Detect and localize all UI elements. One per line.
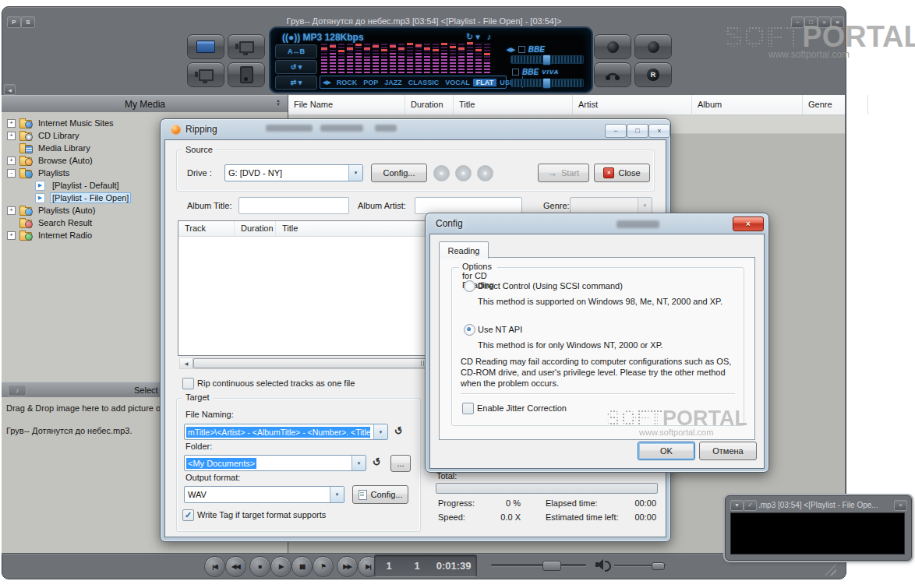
album-artist-field[interactable] [415, 197, 522, 214]
track-column-track[interactable]: Track [178, 221, 235, 236]
close-button[interactable]: × [818, 16, 831, 28]
config-close-button[interactable]: × [733, 217, 764, 231]
ok-button[interactable]: OK [638, 442, 695, 460]
ripping-minimize-button[interactable]: − [605, 124, 627, 138]
genre-select[interactable]: ▼ [570, 197, 652, 214]
preset-rock[interactable]: ROCK [334, 79, 361, 86]
bbe-slider-handle[interactable] [542, 55, 551, 65]
chevron-down-icon[interactable]: ▼ [352, 456, 366, 470]
transport-fast-forward-button[interactable]: ▶▶ [337, 556, 358, 577]
folder-select[interactable]: <My Documents> ▼ [184, 455, 366, 471]
output-format-select[interactable]: WAV ▼ [184, 486, 344, 503]
output-config-button[interactable]: Config... [352, 485, 408, 504]
restore-button[interactable]: □ [804, 16, 818, 28]
mute-button[interactable] [594, 34, 631, 59]
use-nt-api-radio[interactable] [464, 324, 475, 336]
tree-expand-icon[interactable]: + [7, 157, 16, 165]
preset-flat[interactable]: FLAT [473, 79, 496, 86]
file-naming-label: File Naming: [185, 410, 234, 419]
tree-expand-icon[interactable]: + [7, 132, 16, 140]
headphone-button[interactable] [594, 62, 631, 87]
preset-jazz[interactable]: JAZZ [381, 79, 405, 86]
ab-repeat-button[interactable]: A↔B [275, 44, 317, 58]
mini-menu-button[interactable]: ▾ [730, 500, 744, 511]
transport-pause-button[interactable]: ▮▮ [291, 556, 313, 577]
file-naming-select[interactable]: mTitle>\<Artist> - <AlbumTitle> - <Numbe… [184, 424, 388, 440]
bbe-slider[interactable] [510, 55, 584, 64]
disc-refresh-icon[interactable] [455, 165, 472, 181]
drive-config-button[interactable]: Config... [371, 164, 427, 182]
preset-classic[interactable]: CLASSIC [405, 79, 443, 86]
column-header-genre[interactable]: Genre [803, 95, 868, 114]
chevron-down-icon[interactable]: ▼ [348, 165, 362, 181]
album-artist-label: Album Artist: [358, 201, 406, 210]
preset-cycle-icon[interactable]: ◀▶ [320, 79, 334, 86]
column-header-artist[interactable]: Artist [573, 95, 692, 114]
transport-rewind-button[interactable]: ◀◀ [225, 556, 246, 577]
repeat-button[interactable]: ↺ ▾ [275, 60, 317, 74]
shuffle-button[interactable]: ⇄ ▾ [275, 76, 317, 90]
preset-pop[interactable]: POP [360, 79, 381, 86]
volume-handle[interactable] [652, 562, 665, 570]
tree-expand-icon[interactable]: + [7, 206, 16, 215]
video-window-button[interactable] [228, 34, 265, 59]
playlist-mode-button[interactable]: P [7, 16, 21, 28]
write-tag-checkbox[interactable]: ✓ [182, 509, 194, 521]
seek-slider[interactable] [491, 564, 586, 566]
disc-info-icon[interactable] [433, 165, 450, 181]
tree-expand-icon[interactable]: + [7, 231, 16, 240]
bbe-viva-checkbox[interactable] [512, 69, 519, 76]
note-icon[interactable]: ♪ [487, 32, 494, 41]
minimize-button[interactable]: − [791, 16, 804, 28]
bbe-checkbox[interactable] [518, 46, 525, 53]
spectrum-bar [398, 43, 405, 73]
seek-handle[interactable] [542, 561, 561, 571]
ripping-close-action-button[interactable]: × Close [594, 164, 650, 182]
transport-previous-button[interactable]: |◀ [204, 556, 225, 577]
drive-select[interactable]: G: [DVD - NY] ▼ [224, 164, 363, 181]
transport-play-button[interactable]: ▶ [270, 556, 291, 577]
browse-folder-button[interactable]: ... [390, 455, 411, 472]
tab-reading[interactable]: Reading [439, 241, 489, 259]
mini-check-button[interactable]: ✓ [744, 500, 757, 511]
media-panel-header[interactable]: My Media ▲▼ [2, 95, 288, 114]
column-header-album[interactable]: Album [692, 95, 803, 114]
start-button[interactable]: → Start [538, 164, 589, 182]
sort-toggle-icon[interactable]: ▲▼ [276, 99, 281, 107]
jitter-checkbox[interactable] [462, 403, 474, 414]
skin-mode-button[interactable]: S [21, 16, 35, 28]
scroll-left-icon[interactable]: ◀ [180, 358, 193, 368]
track-column-duration[interactable]: Duration [235, 221, 276, 236]
tree-expand-icon[interactable]: - [7, 169, 16, 178]
transport-bookmark-button[interactable]: ⚑ [313, 556, 334, 577]
transport-stop-button[interactable]: ■ [249, 556, 270, 577]
column-header-file-name[interactable]: File Name [288, 95, 405, 114]
bbe-viva-slider[interactable] [510, 79, 584, 87]
ripping-close-button[interactable]: × [648, 124, 670, 138]
preset-vocal[interactable]: VOCAL [442, 79, 473, 86]
mini-close-button[interactable]: × [894, 500, 907, 511]
repeat-mode-icon[interactable]: ↻▾ [466, 32, 482, 41]
chevron-down-icon[interactable]: ▼ [330, 487, 344, 502]
visualization-button[interactable] [187, 62, 224, 87]
ripping-maximize-button[interactable]: □ [627, 124, 648, 138]
show-playlist-button[interactable] [187, 34, 224, 59]
panel-collapse-button[interactable]: ◀ [4, 84, 16, 95]
album-title-field[interactable] [238, 197, 349, 214]
device-button[interactable] [228, 62, 265, 87]
direct-control-radio[interactable] [464, 280, 475, 292]
column-header-duration[interactable]: Duration [405, 95, 454, 114]
cancel-button[interactable]: Отмена [699, 442, 757, 460]
disc-eject-icon[interactable] [477, 165, 493, 181]
volume-slider[interactable] [614, 565, 666, 566]
chevron-down-icon[interactable]: ▼ [373, 424, 387, 439]
volume-icon[interactable] [595, 559, 609, 570]
tree-expand-icon[interactable]: + [7, 119, 16, 128]
bbe-cycle-icon[interactable]: ◀▶ [507, 47, 515, 53]
column-header-title[interactable]: Title [454, 95, 573, 114]
exit-button[interactable]: × [831, 16, 844, 28]
timer-button[interactable] [634, 34, 672, 59]
rip-continuous-checkbox[interactable] [182, 378, 194, 389]
bbe-viva-slider-handle[interactable] [542, 78, 551, 89]
record-button[interactable]: R [634, 62, 672, 87]
